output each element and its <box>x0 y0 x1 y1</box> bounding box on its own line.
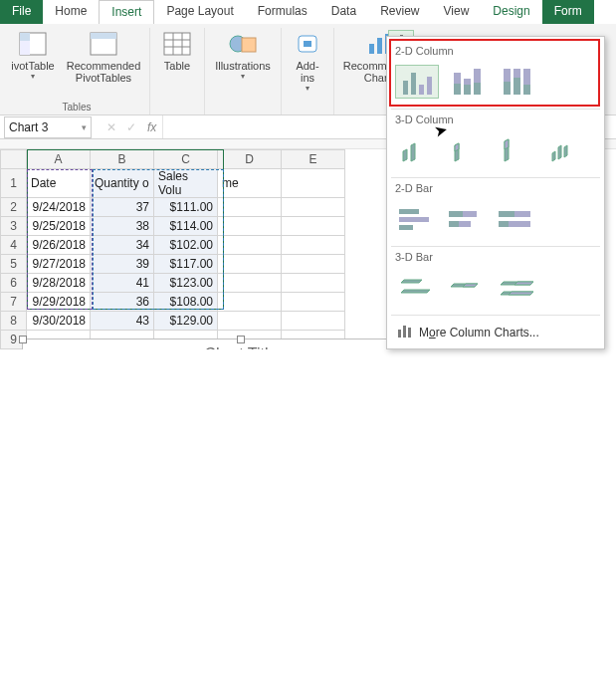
tab-insert[interactable]: Insert <box>99 0 154 24</box>
cell[interactable] <box>218 255 282 274</box>
svg-rect-13 <box>304 41 311 47</box>
tab-home[interactable]: Home <box>43 0 99 24</box>
recommended-pivottables-button[interactable]: Recommended PivotTables <box>64 28 143 84</box>
cell[interactable] <box>282 312 345 331</box>
cell[interactable]: $114.00 <box>154 217 218 236</box>
cell[interactable]: $102.00 <box>154 236 218 255</box>
cell[interactable] <box>218 198 282 217</box>
3d-100-stacked-column-thumb[interactable] <box>495 133 538 167</box>
cell[interactable]: 37 <box>91 198 154 217</box>
cell[interactable]: 9/30/2018 <box>27 312 91 331</box>
row-header-5[interactable]: 5 <box>1 255 27 274</box>
cell[interactable]: 9/26/2018 <box>27 236 91 255</box>
row-header-4[interactable]: 4 <box>1 236 27 255</box>
tab-formulas[interactable]: Formulas <box>246 0 319 24</box>
cell[interactable]: 9/24/2018 <box>27 198 91 217</box>
cell[interactable] <box>218 293 282 312</box>
cell[interactable] <box>218 312 282 331</box>
clustered-column-thumb[interactable] <box>395 65 439 99</box>
row-header-8[interactable]: 8 <box>1 312 27 331</box>
tab-format[interactable]: Form <box>542 0 594 24</box>
svg-rect-21 <box>399 217 429 222</box>
cell[interactable]: 36 <box>91 293 154 312</box>
col-header-A[interactable]: A <box>27 150 91 169</box>
enter-button[interactable]: ✓ <box>121 120 141 134</box>
100-stacked-column-thumb[interactable] <box>495 65 538 99</box>
stacked-bar-thumb[interactable] <box>445 202 489 236</box>
grid[interactable]: ABCDE1DateQuantity oSales Volume29/24/20… <box>0 149 345 349</box>
cell[interactable]: Date <box>27 169 91 198</box>
table-button[interactable]: Table <box>156 28 198 72</box>
svg-rect-20 <box>399 209 419 214</box>
3d-column-thumb[interactable] <box>544 133 588 167</box>
svg-rect-30 <box>509 221 530 227</box>
row-header-6[interactable]: 6 <box>1 274 27 293</box>
cell[interactable] <box>218 274 282 293</box>
row-header-1[interactable]: 1 <box>1 169 27 198</box>
cell[interactable]: Sales Volu <box>154 169 218 198</box>
tab-page-layout[interactable]: Page Layout <box>154 0 245 24</box>
cell[interactable]: me <box>218 169 282 198</box>
3d-100-stacked-bar-thumb[interactable] <box>495 271 538 305</box>
stacked-column-thumb[interactable] <box>445 65 489 99</box>
fx-label[interactable]: fx <box>141 120 162 134</box>
row-header-2[interactable]: 2 <box>1 198 27 217</box>
cell[interactable]: $129.00 <box>154 312 218 331</box>
3d-stacked-bar-thumb[interactable] <box>445 271 489 305</box>
3d-clustered-column-thumb[interactable] <box>395 133 439 167</box>
cell[interactable]: 9/28/2018 <box>27 274 91 293</box>
tab-data[interactable]: Data <box>319 0 368 24</box>
cell[interactable] <box>218 236 282 255</box>
cell[interactable]: 39 <box>91 255 154 274</box>
tab-view[interactable]: View <box>432 0 482 24</box>
clustered-bar-thumb[interactable] <box>395 202 439 236</box>
cell[interactable]: 9/25/2018 <box>27 217 91 236</box>
cancel-button[interactable]: ✕ <box>102 120 121 134</box>
cell[interactable] <box>282 236 345 255</box>
cell[interactable]: $111.00 <box>154 198 218 217</box>
cell[interactable] <box>282 293 345 312</box>
cell[interactable]: $123.00 <box>154 274 218 293</box>
tab-design[interactable]: Design <box>481 0 541 24</box>
svg-rect-33 <box>408 328 411 338</box>
group-illustrations: Illustrations ▾ <box>205 28 282 114</box>
cell[interactable]: 41 <box>91 274 154 293</box>
cell[interactable] <box>282 255 345 274</box>
cell[interactable]: 38 <box>91 217 154 236</box>
illustrations-button[interactable]: Illustrations ▾ <box>211 28 275 81</box>
pivottable-button[interactable]: ivotTable ▾ <box>10 28 56 81</box>
col-header-C[interactable]: C <box>154 150 218 169</box>
cell[interactable]: 9/27/2018 <box>27 255 91 274</box>
cell[interactable]: 34 <box>91 236 154 255</box>
tab-file[interactable]: File <box>0 0 43 24</box>
svg-rect-15 <box>377 38 382 54</box>
shapes-icon <box>227 30 259 58</box>
cell[interactable]: Quantity o <box>91 169 154 198</box>
col-header-D[interactable]: D <box>218 150 282 169</box>
more-column-charts[interactable]: More Column Charts... <box>387 316 604 348</box>
cell[interactable] <box>282 169 345 198</box>
cell[interactable] <box>282 198 345 217</box>
cell[interactable] <box>218 217 282 236</box>
name-box[interactable]: Chart 3 ▾ <box>4 116 92 138</box>
3d-clustered-bar-thumb[interactable] <box>395 271 439 305</box>
col-header-B[interactable]: B <box>91 150 154 169</box>
svg-rect-32 <box>403 326 406 338</box>
illustrations-label: Illustrations <box>215 60 271 72</box>
cell[interactable]: $108.00 <box>154 293 218 312</box>
cell[interactable]: 9/29/2018 <box>27 293 91 312</box>
3d-stacked-column-thumb[interactable] <box>445 133 489 167</box>
cell[interactable] <box>282 217 345 236</box>
cell[interactable] <box>282 274 345 293</box>
cell[interactable]: 43 <box>91 312 154 331</box>
svg-rect-24 <box>463 211 477 217</box>
tab-review[interactable]: Review <box>368 0 431 24</box>
ribbon-tabs: File Home Insert Page Layout Formulas Da… <box>0 0 616 24</box>
addins-button[interactable]: Add- ins ▾ <box>288 28 327 93</box>
pivottable-label: ivotTable <box>11 60 54 72</box>
cell[interactable]: $117.00 <box>154 255 218 274</box>
col-header-E[interactable]: E <box>282 150 345 169</box>
100-stacked-bar-thumb[interactable] <box>495 202 538 236</box>
row-header-3[interactable]: 3 <box>1 217 27 236</box>
row-header-7[interactable]: 7 <box>1 293 27 312</box>
